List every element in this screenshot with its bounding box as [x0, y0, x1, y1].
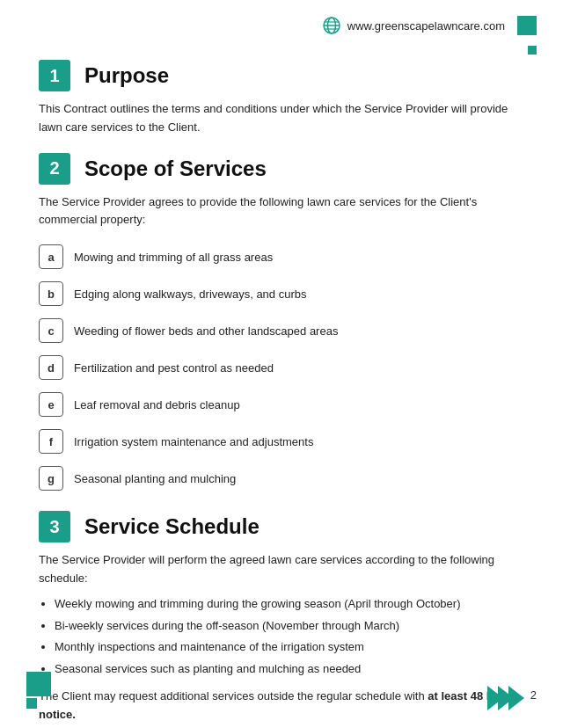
- service-text: Edging along walkways, driveways, and cu…: [74, 288, 306, 301]
- website-text: www.greenscapelawncare.com: [347, 19, 505, 33]
- section-1-body: This Contract outlines the terms and con…: [39, 100, 524, 137]
- schedule-bullet-item: Monthly inspections and maintenance of t…: [55, 638, 524, 657]
- service-text: Fertilization and pest control as needed: [74, 361, 274, 375]
- header-accent-small-square: [528, 46, 537, 55]
- service-text: Weeding of flower beds and other landsca…: [74, 324, 338, 338]
- header: www.greenscapelawncare.com: [0, 0, 563, 44]
- section-3-title: Service Schedule: [84, 514, 260, 539]
- section-purpose: 1 Purpose This Contract outlines the ter…: [0, 60, 563, 137]
- service-item: c Weeding of flower beds and other lands…: [39, 314, 524, 347]
- notice-text-normal: The Client may request additional servic…: [39, 689, 428, 703]
- service-item: a Mowing and trimming of all grass areas: [39, 240, 524, 273]
- section-2-header: 2 Scope of Services: [39, 153, 524, 185]
- header-website-container: www.greenscapelawncare.com: [323, 17, 505, 34]
- section-1-title: Purpose: [84, 63, 169, 88]
- service-text: Mowing and trimming of all grass areas: [74, 251, 273, 264]
- notice-text: The Client may request additional servic…: [39, 688, 524, 724]
- service-item: e Leaf removal and debris cleanup: [39, 388, 524, 421]
- service-item: b Edging along walkways, driveways, and …: [39, 277, 524, 310]
- section-3-header: 3 Service Schedule: [39, 511, 524, 542]
- service-letter: e: [39, 392, 63, 417]
- service-letter: b: [39, 281, 63, 306]
- globe-icon: [323, 17, 340, 34]
- section-3-number: 3: [39, 511, 70, 542]
- section-schedule: 3 Service Schedule The Service Provider …: [0, 511, 563, 724]
- footer-accent-small: [26, 698, 37, 709]
- page-wrapper: www.greenscapelawncare.com 1 Purpose Thi…: [0, 0, 563, 728]
- service-text: Leaf removal and debris cleanup: [74, 398, 240, 411]
- service-item: d Fertilization and pest control as need…: [39, 351, 524, 384]
- section-3-intro: The Service Provider will perform the ag…: [39, 551, 524, 588]
- section-2-title: Scope of Services: [84, 157, 267, 181]
- schedule-bullet-list: Weekly mowing and trimming during the gr…: [55, 595, 524, 679]
- service-item: f Irrigation system maintenance and adju…: [39, 425, 524, 458]
- service-item: g Seasonal planting and mulching: [39, 462, 524, 495]
- service-letter: f: [39, 429, 63, 454]
- service-letter: g: [39, 466, 63, 491]
- section-1-header: 1 Purpose: [39, 60, 524, 91]
- schedule-bullet-item: Seasonal services such as planting and m…: [55, 660, 524, 679]
- service-list: a Mowing and trimming of all grass areas…: [39, 240, 524, 495]
- service-letter: c: [39, 318, 63, 343]
- header-accent-square: [517, 16, 537, 35]
- service-text: Seasonal planting and mulching: [74, 472, 236, 485]
- chevron-3-icon: [508, 686, 524, 710]
- page-number: 2: [530, 688, 537, 702]
- section-2-intro: The Service Provider agrees to provide t…: [39, 193, 524, 230]
- section-2-number: 2: [39, 153, 70, 185]
- service-letter: d: [39, 355, 63, 380]
- section-scope: 2 Scope of Services The Service Provider…: [0, 153, 563, 496]
- service-letter: a: [39, 244, 63, 269]
- schedule-bullet-item: Weekly mowing and trimming during the gr…: [55, 595, 524, 614]
- section-1-number: 1: [39, 60, 70, 91]
- schedule-bullet-item: Bi-weekly services during the off-season…: [55, 617, 524, 636]
- footer-arrows: [493, 686, 524, 710]
- footer-accent-square: [26, 672, 51, 696]
- service-text: Irrigation system maintenance and adjust…: [74, 435, 313, 448]
